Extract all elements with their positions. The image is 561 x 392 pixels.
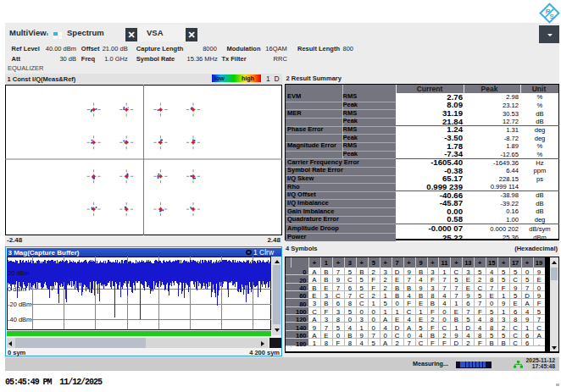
svg-text:S: S: [550, 13, 555, 20]
